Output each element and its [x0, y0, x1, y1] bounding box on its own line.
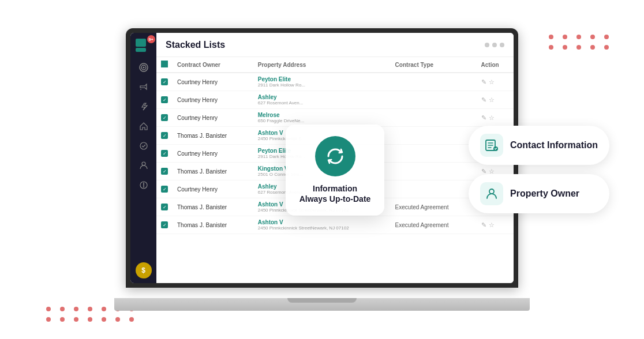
- dot: [590, 45, 595, 50]
- main-content: Stacked Lists: [156, 33, 514, 283]
- table-area: Contract Owner Property Address Contract…: [156, 57, 514, 283]
- decorative-dots-top-right: [549, 35, 612, 50]
- right-cards: Contact Information Property Owner: [469, 126, 609, 213]
- row-property: Peyton Elite 2911 Dark Hollow Ro...: [253, 145, 391, 163]
- row-checkbox-cell: ✓: [156, 127, 173, 145]
- sidebar-icon-target[interactable]: [136, 59, 152, 76]
- dollar-icon[interactable]: $: [136, 262, 152, 278]
- row-checkbox-cell: ✓: [156, 145, 173, 163]
- row-contract-type: Executed Agreement: [391, 216, 477, 234]
- property-owner-card[interactable]: Property Owner: [469, 174, 609, 213]
- row-contract-type: [391, 145, 477, 163]
- dot: [115, 317, 120, 322]
- contact-info-card[interactable]: Contact Information: [469, 126, 609, 165]
- dot: [604, 45, 609, 50]
- sidebar-icon-home[interactable]: [136, 118, 152, 134]
- row-checkbox[interactable]: ✓: [161, 96, 168, 103]
- row-checkbox-cell: ✓: [156, 180, 173, 198]
- svg-point-7: [142, 162, 145, 165]
- action-icons: ✎ ☆: [481, 114, 509, 122]
- table-row: ✓ Courtney Henry Melrose 650 Fraggle Dri…: [156, 109, 514, 127]
- svg-rect-0: [136, 39, 146, 47]
- row-checkbox-cell: ✓: [156, 109, 173, 127]
- edit-icon[interactable]: ✎: [481, 221, 486, 229]
- row-property: Ashley 627 Rosemont Aven...: [253, 91, 391, 109]
- star-icon[interactable]: ☆: [489, 96, 495, 104]
- table-header-row: Contract Owner Property Address Contract…: [156, 57, 514, 73]
- row-owner: Courtney Henry: [173, 109, 253, 127]
- row-owner: Courtney Henry: [173, 180, 253, 198]
- laptop-screen: 9+: [130, 33, 514, 283]
- row-checkbox[interactable]: ✓: [161, 168, 168, 175]
- row-checkbox[interactable]: ✓: [161, 204, 168, 210]
- col-checkbox: [156, 57, 173, 73]
- row-property: Ashton V 2450 Pinnkckinnick S...: [253, 127, 391, 145]
- dot: [549, 45, 553, 50]
- sidebar-icon-megaphone[interactable]: [136, 79, 152, 95]
- property-owner-label: Property Owner: [510, 189, 579, 199]
- dot: [46, 317, 51, 322]
- row-checkbox[interactable]: ✓: [161, 114, 168, 121]
- col-owner: Contract Owner: [173, 57, 253, 73]
- header-dot-1: [485, 43, 489, 47]
- row-contract-type: [391, 109, 477, 127]
- laptop-base: [114, 298, 530, 311]
- row-checkbox-cell: ✓: [156, 198, 173, 216]
- sidebar-icon-user[interactable]: [136, 157, 152, 174]
- sidebar-bottom: $: [136, 262, 152, 278]
- dot: [60, 307, 65, 311]
- row-property: Ashton V 2450 Pinnkckinnick StreetNewark…: [253, 198, 391, 216]
- row-contract-type: Executed Agreement: [391, 198, 477, 216]
- dot: [102, 317, 106, 322]
- row-checkbox[interactable]: ✓: [161, 150, 168, 157]
- sidebar-icon-check[interactable]: [136, 138, 152, 154]
- action-icons: ✎ ☆: [481, 78, 509, 86]
- dot: [46, 307, 51, 311]
- dot: [563, 35, 567, 39]
- laptop-screen-border: 9+: [126, 28, 518, 288]
- edit-icon[interactable]: ✎: [481, 114, 486, 122]
- row-owner: Courtney Henry: [173, 73, 253, 91]
- star-icon[interactable]: ☆: [489, 78, 495, 86]
- row-property: Melrose 650 Fraggle DriveNe...: [253, 109, 391, 127]
- action-icons: ✎ ☆: [481, 96, 509, 104]
- row-checkbox-cell: ✓: [156, 163, 173, 180]
- col-type: Contract Type: [391, 57, 477, 73]
- table-body: ✓ Courtney Henry Peyton Elite 2911 Dark …: [156, 73, 514, 234]
- sidebar-icon-lightning[interactable]: [136, 99, 152, 115]
- row-owner: Courtney Henry: [173, 145, 253, 163]
- scene: 9+: [0, 0, 644, 339]
- table-header: Contract Owner Property Address Contract…: [156, 57, 514, 73]
- contact-icon-box: [480, 134, 503, 157]
- edit-icon[interactable]: ✎: [481, 96, 486, 104]
- row-checkbox[interactable]: ✓: [161, 186, 168, 193]
- row-actions: ✎ ☆: [477, 216, 514, 234]
- row-checkbox-cell: ✓: [156, 91, 173, 109]
- row-checkbox-cell: ✓: [156, 73, 173, 91]
- dot: [549, 35, 553, 39]
- select-all-checkbox[interactable]: [161, 61, 168, 67]
- row-actions: ✎ ☆: [477, 73, 514, 91]
- table-row: ✓ Courtney Henry Peyton Elite 2911 Dark …: [156, 73, 514, 91]
- dot: [563, 45, 567, 50]
- row-actions: ✎ ☆: [477, 91, 514, 109]
- laptop: 9+: [114, 28, 530, 311]
- row-checkbox[interactable]: ✓: [161, 221, 168, 228]
- app-title: Stacked Lists: [166, 40, 225, 50]
- dot: [604, 35, 609, 39]
- row-property: Kingston V 2501 O Conner Stre...: [253, 163, 391, 180]
- row-checkbox[interactable]: ✓: [161, 132, 168, 139]
- star-icon[interactable]: ☆: [489, 114, 495, 122]
- row-actions: ✎ ☆: [477, 109, 514, 127]
- dot: [576, 45, 581, 50]
- row-checkbox[interactable]: ✓: [161, 78, 168, 85]
- contact-icon: [485, 138, 499, 152]
- dot: [74, 317, 78, 322]
- dot: [88, 317, 92, 322]
- row-owner: Thomas J. Banister: [173, 198, 253, 216]
- action-icons: ✎ ☆: [481, 221, 509, 229]
- sidebar: 9+: [130, 33, 156, 283]
- star-icon[interactable]: ☆: [489, 221, 495, 229]
- sidebar-icon-bolt[interactable]: [136, 177, 152, 193]
- edit-icon[interactable]: ✎: [481, 78, 486, 86]
